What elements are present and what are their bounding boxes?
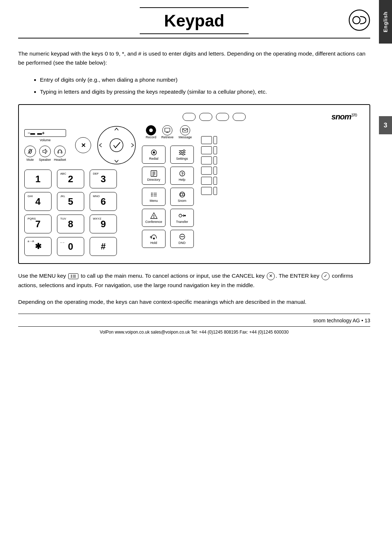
- transfer-button[interactable]: Transfer: [170, 209, 194, 227]
- menu-button[interactable]: Menu: [142, 188, 166, 206]
- body-text-1: Use the MENU key to call up the main men…: [18, 271, 370, 290]
- cancel-button[interactable]: ✕: [75, 137, 91, 153]
- side-softkey-btn-3[interactable]: [201, 156, 212, 164]
- side-softkey-btn-1[interactable]: [201, 136, 212, 144]
- help-label: Help: [179, 178, 185, 181]
- headset-label: Headset: [54, 158, 66, 162]
- conference-button[interactable]: Conference: [142, 209, 166, 227]
- navigation-ring[interactable]: [97, 125, 136, 165]
- softkey-1[interactable]: [183, 113, 196, 121]
- record-button[interactable]: [146, 125, 156, 135]
- diagram-top-row: snom370: [24, 112, 364, 122]
- snom-button[interactable]: Snom: [170, 188, 194, 206]
- dnd-label: DND: [179, 241, 186, 245]
- message-label: Message: [179, 135, 192, 139]
- hold-label: Hold: [150, 241, 157, 245]
- intro-paragraph: The numeric keypad with the keys 0 to 9,…: [18, 49, 370, 68]
- settings-button[interactable]: Settings: [170, 146, 194, 164]
- mute-speaker-row: Mute Speaker: [24, 146, 66, 162]
- footer-divider: [18, 314, 370, 314]
- headset-button[interactable]: [54, 146, 66, 157]
- svg-point-13: [153, 151, 155, 154]
- bullet-item-1: Entry of digits only (e.g., when dialing…: [40, 75, 370, 85]
- key-6[interactable]: MNO6: [90, 192, 117, 211]
- key-7[interactable]: PQRS7: [24, 215, 52, 233]
- key-hash[interactable]: #: [90, 237, 117, 256]
- side-softkey-6: [201, 187, 217, 195]
- chapter-number: 3: [384, 122, 387, 129]
- side-softkey-btn-2[interactable]: [201, 146, 212, 154]
- key-9[interactable]: WXYZ9: [90, 215, 117, 233]
- headset-button-group: Headset: [54, 146, 66, 162]
- svg-point-38: [179, 214, 182, 217]
- page-title: Keypad: [164, 11, 224, 30]
- svg-text:?: ?: [181, 172, 184, 176]
- svg-point-6: [98, 126, 135, 164]
- record-retrieve-message-row: Record Retrieve Message: [146, 125, 192, 139]
- page-header: Keypad: [18, 7, 370, 38]
- diagram-far-right: [201, 125, 217, 256]
- svg-point-34: [180, 193, 183, 196]
- key-0[interactable]: _ _0: [57, 237, 84, 256]
- footer-contact: VolPon www.voipon.co.uk sales@voipon.co.…: [18, 326, 370, 335]
- side-softkey-3: [201, 156, 217, 164]
- side-softkey-btn-4[interactable]: [201, 167, 212, 175]
- enter-key-inline: ✓: [322, 272, 330, 280]
- retrieve-button-group: Retrieve: [162, 125, 174, 139]
- header-bottom-line: [140, 33, 249, 34]
- svg-rect-20: [151, 171, 157, 176]
- key-star[interactable]: a→A✱: [24, 237, 52, 256]
- key-4[interactable]: GHI4: [24, 192, 52, 211]
- diagram-middle: −▬ ▬+ Volume Mute: [24, 125, 364, 256]
- diagram-center: Record Retrieve Message: [142, 125, 196, 256]
- side-softkey-indicator-6: [213, 187, 217, 195]
- redial-button[interactable]: Redial: [142, 146, 166, 164]
- help-button[interactable]: ? Help: [170, 167, 194, 185]
- record-button-group: Record: [146, 125, 156, 139]
- svg-point-37: [153, 217, 154, 218]
- speaker-button[interactable]: [39, 146, 51, 157]
- svg-rect-11: [183, 128, 188, 132]
- side-softkey-btn-5[interactable]: [201, 177, 212, 185]
- side-softkey-btn-6[interactable]: [201, 187, 212, 195]
- header-top-line: [140, 7, 249, 8]
- softkey-2[interactable]: [199, 113, 212, 121]
- hold-button[interactable]: Hold: [142, 230, 166, 248]
- svg-point-41: [153, 237, 155, 239]
- key-1[interactable]: 1: [24, 170, 52, 188]
- volume-label: Volume: [24, 138, 66, 142]
- cancel-button-group: ✕: [75, 137, 91, 153]
- key-5[interactable]: JKL5: [57, 192, 84, 211]
- cancel-key-inline: ✕: [267, 272, 275, 280]
- footer-page-number: snom technology AG • 13: [18, 318, 370, 323]
- mute-label: Mute: [26, 158, 34, 162]
- key-3[interactable]: DEF3: [90, 170, 117, 188]
- snom-label: Snom: [178, 199, 187, 203]
- message-button[interactable]: [180, 125, 190, 135]
- diagram-left: −▬ ▬+ Volume Mute: [24, 125, 136, 256]
- brand-text: snom: [331, 112, 351, 121]
- company-name: snom technology AG: [313, 318, 360, 323]
- svg-point-33: [180, 192, 185, 197]
- phone-diagram: snom370 −▬ ▬+ Volume: [18, 104, 370, 264]
- nav-cancel-row: −▬ ▬+ Volume Mute: [24, 125, 136, 165]
- mute-button[interactable]: [24, 146, 36, 157]
- side-softkey-indicator-1: [213, 136, 217, 144]
- dnd-button[interactable]: DND: [170, 230, 194, 248]
- mute-button-group: Mute: [24, 146, 36, 162]
- softkey-4[interactable]: [233, 113, 246, 121]
- svg-point-7: [110, 139, 123, 152]
- volume-bar[interactable]: −▬ ▬+: [24, 129, 66, 137]
- transfer-label: Transfer: [176, 220, 188, 224]
- retrieve-button[interactable]: [162, 125, 172, 135]
- speaker-button-group: Speaker: [39, 146, 51, 162]
- key-2[interactable]: ABC2: [57, 170, 84, 188]
- svg-point-1: [353, 17, 360, 24]
- softkey-3[interactable]: [216, 113, 229, 121]
- svg-point-40: [184, 215, 186, 216]
- menu-label: Menu: [150, 199, 158, 203]
- page-number: 13: [364, 318, 370, 323]
- key-8[interactable]: TUV8: [57, 215, 84, 233]
- softkeys-top: [183, 113, 246, 121]
- directory-button[interactable]: Directory: [142, 167, 166, 185]
